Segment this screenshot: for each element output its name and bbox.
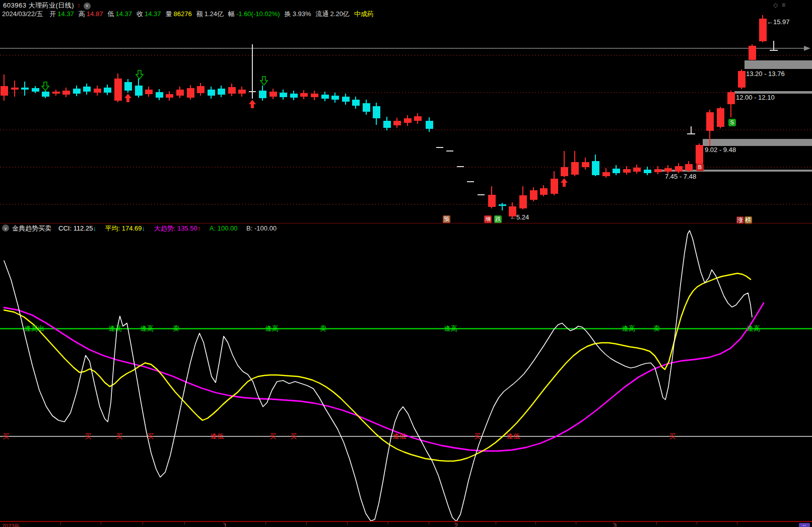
candle-body [530,190,537,200]
sell-arrow-icon [136,70,143,79]
candle-body [145,90,153,94]
candle-body [592,161,599,175]
time-axis[interactable]: 2023年 ▪▪ 123 [0,521,812,527]
candle-body [571,162,579,175]
candle-body [738,71,746,88]
axis-tick [184,522,185,524]
candle-body [73,89,81,94]
spacer [237,224,239,232]
candle-body [373,106,380,118]
price-arrow-icon [804,46,810,51]
spacer [200,224,202,232]
candle-body [540,188,548,195]
indicator-item-value: 135.50 [177,224,197,232]
candle-body [613,169,620,173]
stock-title: 603963 大理药业(日线) [3,2,74,9]
quote-field-value: 86276 [174,10,192,18]
candle-body [218,89,225,95]
candle-body [561,167,568,176]
buy-arrow-icon [124,94,131,102]
indicator-item-value: 112.25 [74,224,93,232]
axis-tick [429,522,429,524]
axis-tick [306,522,307,524]
gap-zone [734,91,812,94]
candle-body [331,96,339,100]
candle-body [83,87,91,92]
candle-body [696,145,703,164]
pane-divider[interactable] [0,223,812,223]
axis-tick [496,522,496,524]
chevron-circle-icon[interactable]: ∨ [84,3,91,10]
candle-body [426,121,433,129]
candle-body [759,19,767,41]
indicator-item-value: -100.00 [254,224,277,232]
candle-body [11,88,19,90]
candle-body [623,169,631,173]
quote-field-value: 14.87 [87,10,103,18]
quote-field-value: 14.37 [145,10,161,18]
month-label: 2 [455,522,458,527]
candle-body [749,46,756,60]
candle-body [104,88,111,93]
candle-body [238,90,246,94]
candle-body [383,121,391,128]
quote-date: 2024/03/22/五 [2,10,43,18]
stock-header-row: 603963 大理药业(日线)↑∨ [3,1,91,9]
candle-body [582,162,589,167]
buy-arrow-icon [561,178,568,187]
candle-body [52,92,60,94]
year-label: 2023年 [2,522,20,527]
candle-body [404,118,412,123]
corner-badge[interactable]: ▪▪ [799,523,810,527]
indicator-item-value: 174.69 [122,224,142,232]
quote-field-label: 开 [49,10,56,18]
indicator-title[interactable]: 金典趋势买卖 [12,224,51,232]
candle-body [166,94,173,98]
chart-canvas[interactable] [0,0,812,527]
indicator-collapse-icon[interactable]: ∨ [2,224,9,232]
candle-body [519,195,527,208]
gap-zone [660,170,812,172]
month-label: 1 [224,522,227,527]
candle-body [176,90,184,96]
sell-arrow-icon [42,82,49,91]
gap-zone [745,60,812,69]
avg-line [4,273,751,461]
axis-tick [535,522,536,524]
candle-body [62,91,70,95]
indicator-item-label: A: [210,224,218,232]
candle-body [644,170,651,173]
candle-body [156,92,163,98]
candle-body [633,168,641,172]
axis-tick [143,522,143,524]
quote-field-value: -1.60(-10.02%) [236,10,280,18]
quote-field-label: 换 [285,10,291,18]
candle-body [32,88,39,92]
axis-tick [576,522,576,524]
candle-body [706,112,714,131]
axis-tick [697,522,697,524]
candle-body [727,92,735,104]
candle-body [342,97,350,102]
buy-arrow-icon [249,100,256,108]
quote-field-value: 中成药 [354,10,374,18]
quote-field-value: 3.93% [293,10,311,18]
candle-body [414,116,422,121]
spacer [145,224,147,232]
candle-body [135,86,143,96]
candle-body [685,164,693,171]
candle-body [259,91,266,98]
quote-field-label: 额 [196,10,203,18]
axis-tick [101,522,101,524]
indicator-item-label: CCI: [58,224,74,232]
candle-body [290,94,298,98]
quote-field-label: 幅 [228,10,235,18]
axis-tick [388,522,388,524]
up-arrow-icon: ↑ [77,2,81,9]
quote-field-label: 流通 [316,10,329,18]
quote-row: 2024/03/22/五 开14.37高14.87低14.37收14.37量86… [2,10,375,18]
axis-tick [656,522,657,524]
candle-body [499,204,506,206]
candle-body [197,86,205,93]
axis-tick [60,522,61,524]
